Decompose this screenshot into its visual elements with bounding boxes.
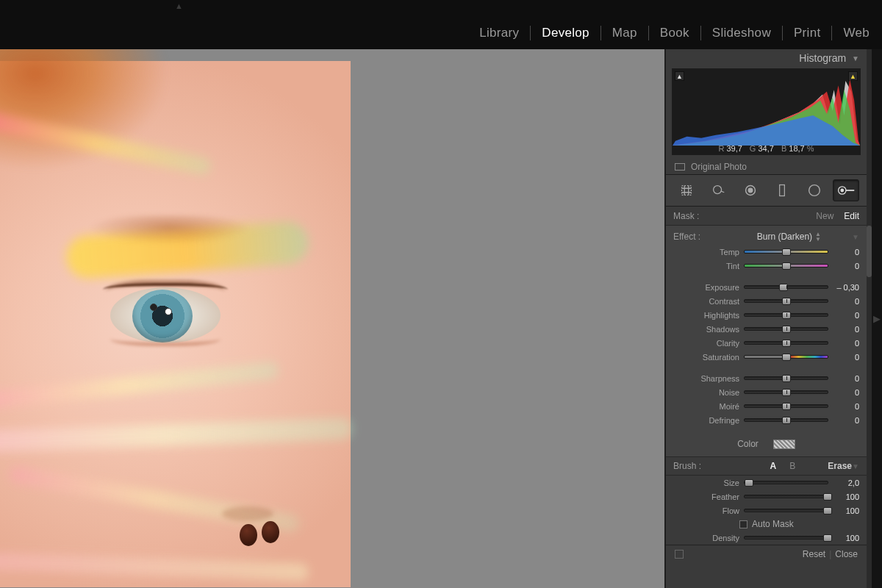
slider-contrast-row: Contrast0 [666, 294, 867, 308]
scrollbar-thumb[interactable] [867, 226, 872, 277]
effect-selected-value: Burn (Darken) [757, 232, 812, 242]
slider-contrast-label: Contrast [666, 297, 744, 306]
slider-sharpness-value[interactable]: 0 [828, 374, 859, 383]
histogram-title: Histogram [799, 52, 846, 64]
slider-temp-slider[interactable] [744, 247, 828, 257]
brush-flow-slider[interactable] [744, 506, 828, 516]
reset-button[interactable]: Reset [803, 549, 825, 559]
brush-density-value[interactable]: 100 [828, 534, 859, 542]
brush-header: Brush : A B Erase ▼ [666, 456, 867, 476]
close-button[interactable]: Close [835, 549, 858, 559]
slider-clarity-value[interactable]: 0 [828, 339, 859, 348]
top-expand-chevron-icon[interactable]: ▲ [175, 1, 183, 10]
module-print[interactable]: Print [793, 26, 821, 40]
slider-moiré-label: Moiré [666, 402, 744, 411]
slider-noise-slider[interactable] [744, 387, 828, 398]
slider-shadows-value[interactable]: 0 [828, 325, 859, 334]
slider-tint-label: Tint [666, 262, 744, 270]
slider-contrast-slider[interactable] [744, 296, 828, 306]
slider-exposure-slider[interactable] [744, 282, 828, 293]
slider-saturation-slider[interactable] [744, 352, 828, 362]
brush-density-row: Density100 [666, 531, 867, 545]
mask-mode-row: Mask : New Edit [666, 207, 867, 226]
slider-defringe-slider[interactable] [744, 415, 828, 426]
slider-saturation-value[interactable]: 0 [828, 353, 859, 362]
module-slideshow[interactable]: Slideshow [711, 26, 772, 40]
original-photo-toggle[interactable]: Original Photo [666, 159, 867, 174]
slider-contrast-value[interactable]: 0 [828, 297, 859, 306]
slider-defringe-value[interactable]: 0 [828, 416, 859, 425]
brush-feather-label: Feather [666, 492, 744, 501]
svg-point-1 [714, 186, 722, 194]
radial-filter-tool-icon[interactable] [801, 179, 828, 201]
brush-size-row: Size2,0 [666, 476, 867, 490]
slider-defringe-row: Defringe0 [666, 413, 867, 427]
brush-size-label: Size [666, 478, 744, 487]
module-book[interactable]: Book [659, 26, 690, 40]
brush-feather-slider[interactable] [744, 492, 828, 502]
histogram-display[interactable]: ▲ ▲ R 39,7 G 34,7 B 18,7 % [672, 68, 861, 155]
module-web[interactable]: Web [842, 26, 870, 40]
slider-shadows-row: Shadows0 [666, 322, 867, 336]
brush-density-label: Density [666, 534, 744, 542]
brush-size-slider[interactable] [744, 478, 828, 488]
brush-disclosure-icon[interactable]: ▼ [852, 462, 859, 470]
color-swatch[interactable] [773, 440, 795, 449]
module-divider [700, 26, 701, 40]
auto-mask-label: Auto Mask [752, 519, 794, 529]
module-library[interactable]: Library [478, 26, 520, 40]
slider-highlights-value[interactable]: 0 [828, 311, 859, 320]
panel-scrollbar[interactable] [867, 49, 872, 588]
auto-mask-row[interactable]: Auto Mask [666, 517, 867, 531]
svg-point-7 [841, 189, 843, 191]
collapse-triangle-icon[interactable]: ▼ [852, 54, 859, 62]
slider-highlights-slider[interactable] [744, 310, 828, 320]
right-panel-collapse[interactable]: ▶ [872, 49, 882, 588]
slider-noise-value[interactable]: 0 [828, 388, 859, 397]
brush-tab-b[interactable]: B [789, 461, 795, 471]
mask-label: Mask : [673, 211, 699, 221]
mask-edit-button[interactable]: Edit [844, 211, 859, 221]
original-photo-label: Original Photo [691, 162, 747, 172]
slider-moiré-value[interactable]: 0 [828, 402, 859, 411]
spot-removal-tool-icon[interactable] [705, 179, 731, 201]
auto-mask-checkbox[interactable] [739, 520, 747, 528]
brush-flow-value[interactable]: 100 [828, 506, 859, 515]
slider-exposure-value[interactable]: – 0,30 [828, 283, 859, 292]
module-map[interactable]: Map [612, 26, 638, 40]
brush-size-value[interactable]: 2,0 [828, 478, 859, 487]
panel-footer: Reset | Close [666, 545, 867, 563]
slider-sharpness-slider[interactable] [744, 373, 828, 384]
chevron-right-icon: ▶ [873, 313, 881, 324]
brush-feather-value[interactable]: 100 [828, 492, 859, 501]
brush-density-slider[interactable] [744, 533, 828, 543]
module-develop[interactable]: Develop [541, 26, 589, 40]
slider-saturation-row: Saturation0 [666, 350, 867, 364]
slider-shadows-label: Shadows [666, 325, 744, 334]
brush-tab-a[interactable]: A [770, 461, 777, 471]
slider-temp-value[interactable]: 0 [828, 248, 859, 257]
graduated-filter-tool-icon[interactable] [769, 179, 795, 201]
svg-point-3 [748, 188, 753, 193]
image-canvas[interactable] [0, 49, 664, 588]
mask-new-button[interactable]: New [816, 211, 833, 221]
slider-tint-value[interactable]: 0 [828, 262, 859, 270]
adjustment-brush-tool-icon[interactable] [833, 179, 859, 201]
effect-row: Effect : Burn (Darken) ▲▼ ▼ [666, 229, 867, 245]
redeye-tool-icon[interactable] [737, 179, 764, 201]
slider-tint-slider[interactable] [744, 261, 828, 271]
slider-shadows-slider[interactable] [744, 324, 828, 334]
slider-highlights-label: Highlights [666, 311, 744, 320]
slider-moiré-slider[interactable] [744, 401, 828, 412]
brush-flow-row: Flow100 [666, 503, 867, 517]
right-panel: Histogram ▼ ▲ ▲ R 39,7 G 34,7 B 18,7 % O… [664, 49, 867, 588]
slider-clarity-slider[interactable] [744, 338, 828, 348]
effect-disclosure-icon[interactable]: ▼ [852, 233, 859, 241]
effect-dropdown[interactable]: Burn (Darken) ▲▼ [757, 232, 821, 242]
brush-erase-button[interactable]: Erase [828, 461, 852, 471]
panel-toggle-switch[interactable] [675, 550, 684, 559]
crop-tool-icon[interactable] [673, 179, 700, 201]
slider-moiré-row: Moiré0 [666, 399, 867, 413]
histogram-header[interactable]: Histogram ▼ [666, 49, 867, 65]
module-divider [782, 26, 783, 40]
